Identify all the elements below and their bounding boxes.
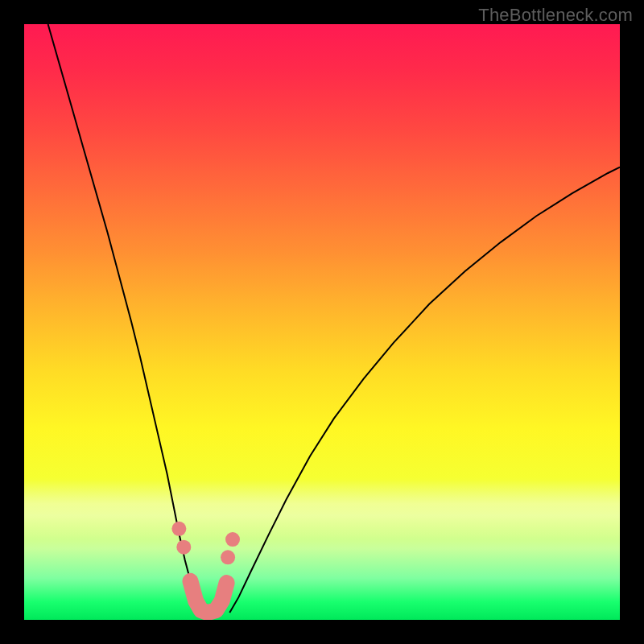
stage: TheBottleneck.com (0, 0, 644, 644)
watermark-label: TheBottleneck.com (478, 5, 633, 26)
dot-right-upper (225, 532, 240, 547)
valley-worm (190, 581, 226, 613)
dot-right-lower (221, 550, 235, 564)
curve-right-branch (229, 167, 620, 613)
plot-frame (24, 24, 620, 620)
plot-svg (24, 24, 620, 620)
dot-left-lower (176, 540, 191, 555)
dot-left-upper (171, 522, 186, 536)
